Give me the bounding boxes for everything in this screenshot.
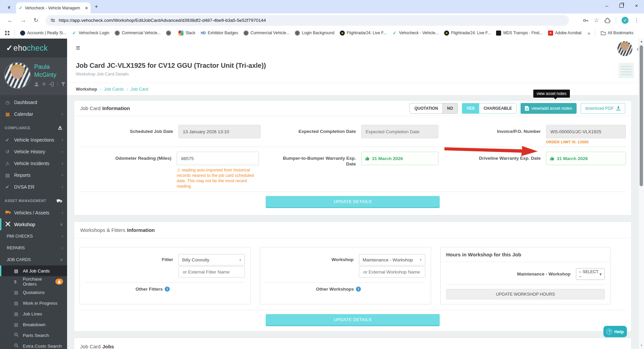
new-tab-button[interactable]: + [95, 3, 98, 10]
tab-search-button[interactable]: ∨ [5, 3, 13, 11]
breadcrumb-job-card[interactable]: Job Card [130, 87, 148, 92]
settings-gear-icon[interactable]: ⚙ [42, 82, 46, 87]
avatar[interactable] [617, 41, 633, 56]
bookmark-adobe-acrobat[interactable]: AAdobe Acrobat [548, 31, 582, 36]
sidebar-item-quotations[interactable]: ▤ Quotations [0, 287, 67, 298]
bookmark-slack[interactable]: Slack [178, 31, 195, 36]
bookmark-login-background[interactable]: Login Background [295, 31, 334, 36]
vehocheck-logo[interactable]: ✓ehocheck [0, 39, 67, 57]
sidebar-item-job-cards[interactable]: JOB CARDS ∨ [0, 254, 67, 265]
bookmark-flightradar24-2[interactable]: Flightradar24: Live F... [444, 31, 491, 36]
sidebar-item-vehicle-incidents[interactable]: ⚠ Vehicle Incidents ‹ [0, 157, 67, 169]
bumper-warranty-date-field[interactable]: 31 March 2026 [361, 152, 438, 165]
sidebar-item-dvsa-er[interactable]: ✔ DVSA ER ‹ [0, 181, 67, 193]
bookmark-commercial-vehicle[interactable]: Commercial Vehicle... [115, 31, 161, 36]
panel-title-light: Job Card [80, 105, 101, 111]
update-details-button[interactable]: UPDATE DETAILS [266, 314, 440, 325]
quotation-toggle-label[interactable]: QUOTATION [410, 103, 442, 113]
sidebar-item-parts-search[interactable]: Parts Search [0, 330, 67, 341]
fitter-select[interactable]: Billy Connolly ▾ [178, 254, 245, 265]
scrollbar-thumb[interactable] [640, 45, 643, 186]
url-bar[interactable]: https://app.vehocheck.com/Workshop/EditJ… [46, 15, 569, 26]
scroll-up-icon[interactable]: ▲ [639, 40, 644, 43]
quotation-toggle[interactable]: QUOTATION NO [410, 103, 458, 114]
bookmark-star-icon[interactable]: ☆ [594, 17, 599, 24]
vehocheck-favicon-icon: ✓ [72, 31, 77, 36]
info-icon[interactable]: i [165, 287, 170, 292]
breadcrumb-job-cards[interactable]: Job Cards [104, 87, 124, 92]
sidebar-item-calendar[interactable]: ▦ Calendar ‹ [0, 108, 67, 120]
update-details-button[interactable]: UPDATE DETAILS [266, 196, 440, 207]
quotation-toggle-value[interactable]: NO [442, 103, 458, 113]
expected-completion-date-input[interactable] [361, 125, 438, 138]
sidebar-item-work-in-progress[interactable]: ▤ Work in Progress [0, 298, 67, 308]
bookmark-untitled[interactable] [166, 31, 173, 36]
all-bookmarks-button[interactable]: All Bookmarks [601, 31, 634, 35]
driveline-warranty-date-field[interactable]: 31 March 2026 [546, 152, 626, 165]
external-workshop-input[interactable] [359, 266, 425, 278]
sidebar-toggle-icon[interactable]: ≡ [76, 44, 80, 52]
sidebar-item-repairs[interactable]: REPAIRS ‹ [0, 242, 67, 254]
logout-icon[interactable] [49, 82, 54, 87]
search-icon [14, 343, 23, 349]
bookmark-exhibitor-badges[interactable]: HDExhibitor Badges [201, 31, 238, 36]
bookmark-commercial-vehicle-2[interactable]: Commercial Vehicle... [244, 31, 289, 36]
sidebar-item-vehicle-inspections[interactable]: ✔ Vehicle Inspections ‹ [0, 134, 67, 146]
scheduled-job-date-input[interactable] [178, 125, 261, 138]
filter-icon[interactable] [61, 82, 65, 86]
browser-menu-icon[interactable]: ⋮ [634, 17, 639, 23]
sidebar-item-workshop[interactable]: Workshop ∨ [0, 218, 67, 230]
bookmark-mds-transpo[interactable]: MDS Transpo - Find... [496, 31, 542, 36]
bookmark-accounts[interactable]: Accounts | Really Si... [20, 31, 66, 36]
sidebar-item-job-lines[interactable]: ▤ Job Lines [0, 308, 67, 319]
help-button[interactable]: ? Help [603, 326, 627, 337]
scroll-down-icon[interactable]: ▼ [639, 344, 644, 347]
external-fitter-input[interactable] [178, 266, 245, 278]
forward-icon[interactable]: → [20, 17, 26, 24]
bookmark-flightradar24[interactable]: Flightradar24: Live F... [340, 31, 387, 36]
sidebar-item-vehicle-history[interactable]: ↺ Vehicle History ‹ [0, 146, 67, 157]
profile-icon[interactable] [34, 82, 39, 87]
sidebar-item-vehicles-assets[interactable]: Vehicles / Assets ‹ [0, 207, 67, 218]
chargeable-toggle[interactable]: YES CHARGEABLE [462, 103, 517, 114]
bookmarks-overflow-icon[interactable]: » [587, 30, 590, 36]
chevron-left-icon: ‹ [62, 210, 63, 215]
update-workshop-hours-button[interactable]: UPDATE WORKSHOP HOURS [446, 289, 605, 299]
bookmark-vehocheck-login[interactable]: ✓Vehocheck Login [72, 31, 109, 36]
invoice-po-number-input[interactable] [546, 125, 626, 138]
window-minimize-button[interactable]: – [605, 3, 608, 8]
sidebar-item-pmi-checks[interactable]: PMI CHECKS ‹ [0, 230, 67, 242]
sidebar-item-all-job-cards[interactable]: ▤ All Job Cards [0, 265, 67, 276]
chargeable-toggle-value[interactable]: YES [462, 103, 479, 113]
sidebar-item-purchase-orders[interactable]: $ Purchase Orders [0, 276, 67, 287]
bookmark-vehocheck-vehicle[interactable]: ✓Vehocheck - Vehicle... [392, 31, 439, 36]
info-icon[interactable]: i [356, 287, 361, 292]
sidebar-item-extra-costs-search[interactable]: Extra Costs Search [0, 341, 67, 349]
view-add-asset-notes-button[interactable]: view/add asset notes [521, 103, 576, 114]
sidebar-item-dashboard[interactable]: ◷ Dashboard [0, 96, 67, 108]
sidebar-item-breakdown[interactable]: ▤ Breakdown [0, 319, 67, 330]
download-pdf-button[interactable]: download PDF [581, 103, 625, 114]
sidebar-item-reports[interactable]: ▤ Reports ‹ [0, 169, 67, 181]
accounts-favicon-icon [20, 31, 25, 36]
back-icon[interactable]: ← [7, 17, 13, 24]
passwords-key-icon[interactable] [583, 17, 589, 23]
refresh-icon[interactable]: ↻ [34, 17, 38, 24]
avatar[interactable] [4, 62, 31, 89]
window-close-button[interactable]: × [635, 3, 638, 8]
other-workshops-row: Other Workshops i [266, 287, 425, 292]
tab-close-icon[interactable]: × [85, 5, 88, 11]
window-restore-button[interactable] [620, 4, 624, 8]
row-divider [446, 285, 605, 285]
vehocheck-extension-icon[interactable]: ✓ [622, 17, 629, 24]
apps-grid-icon[interactable] [5, 31, 10, 36]
workshop-select[interactable]: Maintenance - Workshop ▾ [359, 254, 425, 265]
site-settings-icon[interactable] [50, 18, 55, 23]
list-icon: ▤ [14, 290, 23, 295]
extensions-icon[interactable] [604, 17, 610, 23]
page-scrollbar[interactable]: ▲ ▼ [638, 39, 644, 349]
chargeable-toggle-label[interactable]: CHARGEABLE [479, 103, 517, 113]
odometer-reading-input[interactable] [177, 152, 259, 165]
workshop-hours-select[interactable]: -- SELECT -- ∨ [576, 268, 605, 280]
browser-tab[interactable]: ✓ Vehocheck - Vehicle Managem × [16, 2, 91, 13]
